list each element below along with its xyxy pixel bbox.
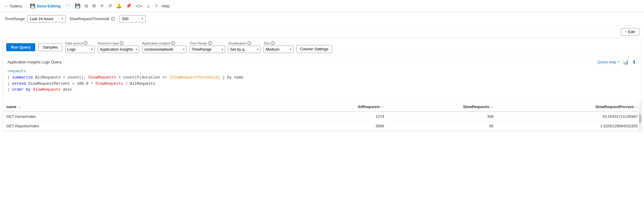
time-range-ctrl-label: Time Range ⓘ — [190, 41, 225, 45]
slow-request-input-wrapper[interactable]: ▾ — [119, 15, 146, 23]
size-info-icon[interactable]: ⓘ — [271, 41, 275, 45]
query-actions: Query help ↗ 📊 ⬇ — [597, 59, 637, 65]
cell-name-0: GET Home/Index — [3, 112, 290, 121]
time-range-ctrl-dropdown[interactable]: TimeRange — [192, 47, 220, 52]
cell-name-1: GET Reports/Index — [3, 121, 290, 131]
app-insights-label: Application Insights ⓘ — [142, 41, 187, 45]
time-range-select[interactable]: Last 24 hours Last 7 days Last 30 days L… — [27, 15, 66, 23]
data-source-info-icon[interactable]: ⓘ — [84, 41, 87, 45]
time-range-dropdown[interactable]: Last 24 hours Last 7 days Last 30 days L… — [30, 17, 60, 21]
app-insights-select[interactable]: contosoretailweb ▾ — [142, 46, 187, 53]
info-icon[interactable]: ⓘ — [111, 17, 115, 21]
cell-slowpercent-1: 1.6258129064532265 — [497, 121, 641, 131]
query-help-link[interactable]: Query help ↗ — [597, 60, 620, 64]
colon-separator: : — [117, 17, 118, 21]
resource-type-group: Resource type ⓘ Application Insights ▾ — [98, 41, 139, 53]
col-header-slowrequests[interactable]: SlowRequests↑↓ — [388, 102, 497, 112]
data-source-dropdown[interactable]: Logs — [67, 47, 90, 52]
sort-icon-allrequests: ↑↓ — [381, 105, 384, 109]
parameter-bar: TimeRange: Last 24 hours Last 7 days Las… — [0, 12, 644, 26]
save-button[interactable]: 💾 — [73, 2, 82, 10]
top-toolbar: ← Gallery 💾 Done Editing 📄 💾 ⧉ ⚙ ✕ ↺ 🔔 📌… — [0, 0, 644, 12]
settings-button[interactable]: ⚙ — [90, 2, 98, 10]
pin-button[interactable]: 📌 — [124, 2, 133, 10]
resource-type-dropdown[interactable]: Application Insights — [100, 47, 134, 52]
code-button[interactable]: </> — [134, 2, 144, 10]
col-header-allrequests[interactable]: AllRequests↑↓ — [290, 102, 387, 112]
column-settings-button[interactable]: Column Settings — [296, 45, 332, 53]
col-header-name[interactable]: name ↑↓ — [3, 102, 290, 112]
kw-order: order by — [12, 87, 33, 92]
time-range-ctrl-select[interactable]: TimeRange ▾ — [190, 46, 225, 53]
slow-request-group: SlowRequestThreshold ⓘ : ▾ — [69, 15, 146, 23]
visualization-group: Visualization ⓘ Set by q... ▾ — [228, 41, 261, 53]
code-threshold-param: {SlowRequestThreshold} — [169, 75, 220, 80]
close-button[interactable]: ✕ — [98, 2, 106, 10]
controls-row: Run Query Samples Data source ⓘ Logs ▾ R… — [3, 38, 641, 56]
table-body: GET Home/Index 1274 309 24.2543171114599… — [3, 112, 641, 131]
sort-icon-slowpercent: ↑↓ — [635, 105, 638, 109]
toolbar-divider-1 — [25, 3, 26, 9]
code-editor[interactable]: requests | summarize AllRequests = count… — [3, 67, 641, 102]
data-source-group: Data source ⓘ Logs ▾ — [65, 41, 95, 53]
help-label: Help — [162, 4, 170, 8]
time-range-info-icon[interactable]: ⓘ — [208, 41, 212, 45]
app-insights-dropdown[interactable]: contosoretailweb — [144, 47, 182, 52]
size-label: Size ⓘ — [264, 41, 293, 45]
slow-request-input[interactable] — [122, 17, 140, 21]
chevron-down-icon-2: ▾ — [142, 17, 143, 20]
chart-icon[interactable]: 📊 — [622, 59, 629, 65]
emoji-button[interactable]: ☺ — [145, 2, 153, 10]
query-title: Application Insights Logs Query — [7, 60, 62, 64]
visualization-info-icon[interactable]: ⓘ — [247, 41, 251, 45]
scrollbar-thumb[interactable] — [639, 114, 641, 123]
gallery-label: Gallery — [10, 4, 22, 8]
size-dropdown[interactable]: Medium — [266, 47, 289, 52]
done-editing-label: Done Editing — [37, 4, 60, 8]
edit-button[interactable]: ↑ Edit — [621, 28, 639, 36]
help-button[interactable]: Help — [160, 3, 172, 9]
query-help-label: Query help — [597, 60, 616, 64]
query-header: Application Insights Logs Query Query he… — [3, 56, 641, 67]
sort-icon-slowrequests: ↑↓ — [490, 105, 494, 109]
visualization-dropdown[interactable]: Set by q... — [230, 47, 256, 52]
time-range-label: TimeRange: — [5, 17, 25, 21]
table-row: GET Reports/Index 3998 65 1.625812906453… — [3, 121, 641, 131]
visualization-select[interactable]: Set by q... ▾ — [228, 46, 261, 53]
resource-type-select[interactable]: Application Insights ▾ — [98, 46, 139, 53]
data-source-select[interactable]: Logs ▾ — [65, 46, 95, 53]
question-button[interactable]: ? — [153, 2, 159, 10]
kw-summarize: summarize — [12, 75, 35, 80]
table-header: name ↑↓ AllRequests↑↓ SlowRequests↑↓ Slo… — [3, 102, 641, 112]
new-workbook-button[interactable]: 📄 — [63, 2, 73, 10]
gallery-button[interactable]: ← Gallery — [2, 2, 24, 10]
size-select[interactable]: Medium ▾ — [264, 46, 293, 53]
resource-type-label: Resource type ⓘ — [98, 41, 139, 45]
chevron-down-icon-4: ▾ — [136, 48, 137, 51]
gear-icon: ⚙ — [92, 3, 96, 9]
code-slowrequests-ref: SlowRequests — [95, 81, 123, 86]
external-link-icon: ↗ — [617, 60, 620, 64]
col-header-slowpercent[interactable]: SlowRequestPercent↑↓ — [497, 102, 641, 112]
cell-slowrequests-0: 309 — [388, 112, 497, 121]
code-countif: = countif(duration >= — [118, 75, 169, 80]
chevron-down-icon-8: ▾ — [290, 48, 291, 51]
code-by-name: ) by name — [222, 75, 243, 80]
chevron-down-icon-7: ▾ — [257, 48, 259, 51]
code-slowpercent-var: SlowRequestPercent = 100.0 * — [28, 81, 95, 86]
back-arrow-icon: ← — [4, 4, 9, 9]
samples-button[interactable]: Samples — [38, 43, 62, 51]
main-panel: Run Query Samples Data source ⓘ Logs ▾ R… — [2, 38, 642, 131]
refresh-button[interactable]: ↺ — [106, 2, 114, 10]
download-icon[interactable]: ⬇ — [632, 59, 637, 65]
app-insights-info-icon[interactable]: ⓘ — [171, 41, 175, 45]
resource-type-info-icon[interactable]: ⓘ — [120, 41, 124, 45]
chevron-down-icon: ▾ — [62, 17, 63, 20]
done-editing-button[interactable]: 💾 Done Editing — [28, 2, 63, 10]
alert-button[interactable]: 🔔 — [114, 2, 124, 10]
run-query-button[interactable]: Run Query — [6, 43, 35, 51]
time-range-ctrl-group: Time Range ⓘ TimeRange ▾ — [190, 41, 225, 53]
copy-button[interactable]: ⧉ — [83, 2, 90, 10]
vertical-scrollbar[interactable] — [639, 102, 641, 131]
save-icon: 💾 — [30, 3, 36, 9]
